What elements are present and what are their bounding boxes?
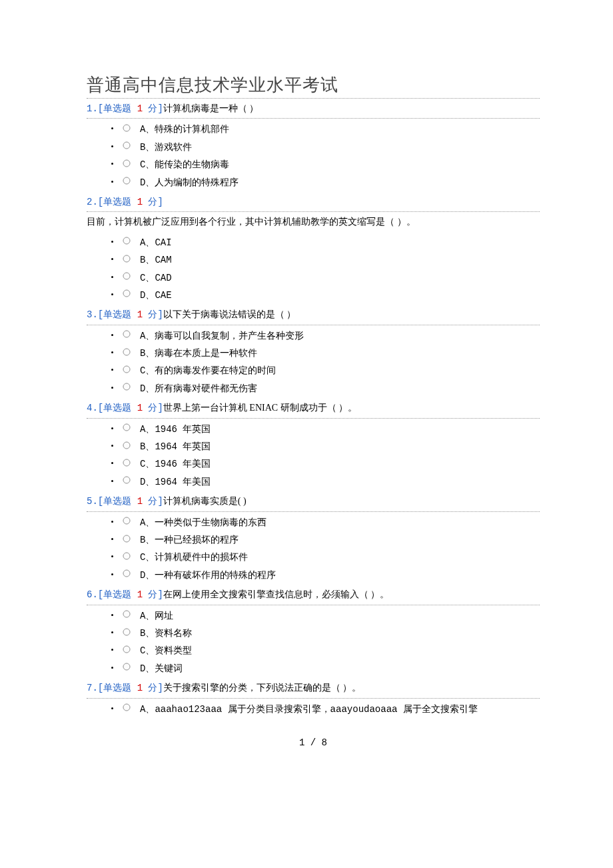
radio-icon[interactable] (123, 287, 131, 301)
question-header: 3.[单选题 1 分]以下关于病毒说法错误的是（ ） (87, 305, 540, 325)
radio-icon[interactable] (123, 643, 131, 657)
question-header: 1.[单选题 1 分]计算机病毒是一种（ ） (87, 99, 540, 119)
radio-icon[interactable] (123, 456, 131, 471)
option-item[interactable]: A、网址 (120, 607, 540, 624)
question-type-label: 单选题 (103, 103, 137, 114)
option-item[interactable]: C、计算机硬件中的损坏件 (120, 548, 540, 565)
option-item[interactable]: D、所有病毒对硬件都无伤害 (120, 379, 540, 397)
option-item[interactable]: D、1964 年美国 (120, 473, 540, 490)
option-item[interactable]: B、病毒在本质上是一种软件 (120, 344, 540, 361)
question-stem: 目前，计算机被广泛应用到各个行业，其中计算机辅助教学的英文缩写是（ ）。 (87, 212, 540, 231)
question-number: 3. (87, 309, 98, 320)
radio-icon[interactable] (123, 567, 131, 581)
radio-icon[interactable] (123, 252, 131, 267)
option-text: B、1964 年英国 (140, 441, 211, 452)
option-item[interactable]: C、CAD (120, 269, 540, 286)
option-item[interactable]: B、游戏软件 (120, 138, 540, 155)
options-list: A、aaahao123aaa 属于分类目录搜索引擎，aaayoudaoaaa 属… (87, 700, 540, 717)
question-type-bracket-open: [ (98, 309, 103, 320)
radio-icon[interactable] (123, 139, 131, 153)
radio-icon[interactable] (123, 660, 131, 675)
option-item[interactable]: C、能传染的生物病毒 (120, 155, 540, 173)
question-stem: 以下关于病毒说法错误的是（ ） (163, 309, 297, 319)
option-text: B、游戏软件 (140, 142, 192, 153)
radio-icon[interactable] (123, 174, 131, 189)
option-item[interactable]: C、1946 年美国 (120, 455, 540, 472)
radio-icon[interactable] (123, 439, 131, 453)
option-item[interactable]: D、一种有破坏作用的特殊的程序 (120, 566, 540, 583)
question: 5.[单选题 1 分]计算机病毒实质是( )A、一种类似于生物病毒的东西B、一种… (87, 491, 540, 583)
options-list: A、CAIB、CAMC、CADD、CAE (87, 233, 540, 304)
option-item[interactable]: C、资料类型 (120, 641, 540, 659)
option-text: D、CAE (140, 290, 172, 301)
question: 6.[单选题 1 分]在网上使用全文搜索引擎查找信息时，必须输入（ ）。A、网址… (87, 585, 540, 677)
radio-icon[interactable] (123, 121, 131, 136)
option-item[interactable]: D、人为编制的特殊程序 (120, 173, 540, 191)
option-text: A、aaahao123aaa 属于分类目录搜索引擎，aaayoudaoaaa 属… (140, 704, 478, 715)
question: 7.[单选题 1 分]关于搜索引擎的分类，下列说法正确的是（ ）。A、aaaha… (87, 678, 540, 717)
radio-icon[interactable] (123, 514, 131, 529)
radio-icon[interactable] (123, 363, 131, 377)
option-text: A、病毒可以自我复制，并产生各种变形 (140, 331, 304, 341)
question-points-suffix: 分] (143, 496, 163, 507)
radio-icon[interactable] (123, 269, 131, 284)
radio-icon[interactable] (123, 607, 131, 622)
options-list: A、网址B、资料名称C、资料类型D、关键词 (87, 607, 540, 677)
options-list: A、1946 年英国B、1964 年英国C、1946 年美国D、1964 年美国 (87, 420, 540, 491)
question-type-bracket-open: [ (98, 197, 103, 207)
option-item[interactable]: B、1964 年英国 (120, 437, 540, 455)
radio-icon[interactable] (123, 157, 131, 171)
question-points: 1 (137, 197, 143, 207)
question-type-label: 单选题 (103, 496, 137, 507)
question-stem: 关于搜索引擎的分类，下列说法正确的是（ ）。 (163, 683, 362, 693)
radio-icon[interactable] (123, 234, 131, 249)
question-points: 1 (137, 589, 143, 600)
question-stem: 计算机病毒是一种（ ） (163, 103, 259, 113)
page-title: 普通高中信息技术学业水平考试 (87, 73, 540, 99)
option-text: A、网址 (140, 611, 173, 621)
question: 1.[单选题 1 分]计算机病毒是一种（ ）A、特殊的计算机部件B、游戏软件C、… (87, 99, 540, 191)
option-text: B、病毒在本质上是一种软件 (140, 348, 257, 359)
radio-icon[interactable] (123, 625, 131, 640)
option-text: A、CAI (140, 237, 172, 248)
option-item[interactable]: A、1946 年英国 (120, 420, 540, 437)
question-header: 2.[单选题 1 分] (87, 192, 540, 212)
option-item[interactable]: B、资料名称 (120, 624, 540, 641)
question-points: 1 (137, 309, 143, 320)
question-type-bracket-open: [ (98, 403, 103, 413)
option-item[interactable]: A、CAI (120, 233, 540, 251)
question-type-label: 单选题 (103, 589, 137, 600)
question-points-suffix: 分] (143, 103, 163, 114)
radio-icon[interactable] (123, 473, 131, 488)
radio-icon[interactable] (123, 345, 131, 360)
option-item[interactable]: C、有的病毒发作要在特定的时间 (120, 361, 540, 379)
question-type-label: 单选题 (103, 309, 137, 320)
option-item[interactable]: B、一种已经损坏的程序 (120, 531, 540, 548)
question-number: 4. (87, 403, 98, 413)
option-item[interactable]: D、关键词 (120, 659, 540, 677)
question: 2.[单选题 1 分]目前，计算机被广泛应用到各个行业，其中计算机辅助教学的英文… (87, 192, 540, 303)
option-item[interactable]: A、aaahao123aaa 属于分类目录搜索引擎，aaayoudaoaaa 属… (120, 700, 540, 717)
question-number: 7. (87, 683, 98, 693)
option-text: C、1946 年美国 (140, 459, 211, 469)
radio-icon[interactable] (123, 327, 131, 342)
option-text: D、所有病毒对硬件都无伤害 (140, 383, 257, 394)
option-item[interactable]: B、CAM (120, 251, 540, 268)
question-stem: 在网上使用全文搜索引擎查找信息时，必须输入（ ）。 (163, 589, 390, 599)
question-number: 6. (87, 589, 98, 600)
radio-icon[interactable] (123, 421, 131, 435)
question-points-suffix: 分] (143, 197, 163, 207)
page-footer: 1 / 8 (87, 737, 540, 748)
option-item[interactable]: D、CAE (120, 286, 540, 303)
question-points-suffix: 分] (143, 403, 163, 413)
option-item[interactable]: A、一种类似于生物病毒的东西 (120, 513, 540, 531)
radio-icon[interactable] (123, 380, 131, 395)
radio-icon[interactable] (123, 549, 131, 564)
radio-icon[interactable] (123, 701, 131, 715)
option-item[interactable]: A、特殊的计算机部件 (120, 120, 540, 137)
option-text: C、CAD (140, 273, 172, 283)
option-item[interactable]: A、病毒可以自我复制，并产生各种变形 (120, 327, 540, 344)
options-list: A、特殊的计算机部件B、游戏软件C、能传染的生物病毒D、人为编制的特殊程序 (87, 120, 540, 191)
question-type-label: 单选题 (103, 197, 137, 207)
radio-icon[interactable] (123, 532, 131, 547)
